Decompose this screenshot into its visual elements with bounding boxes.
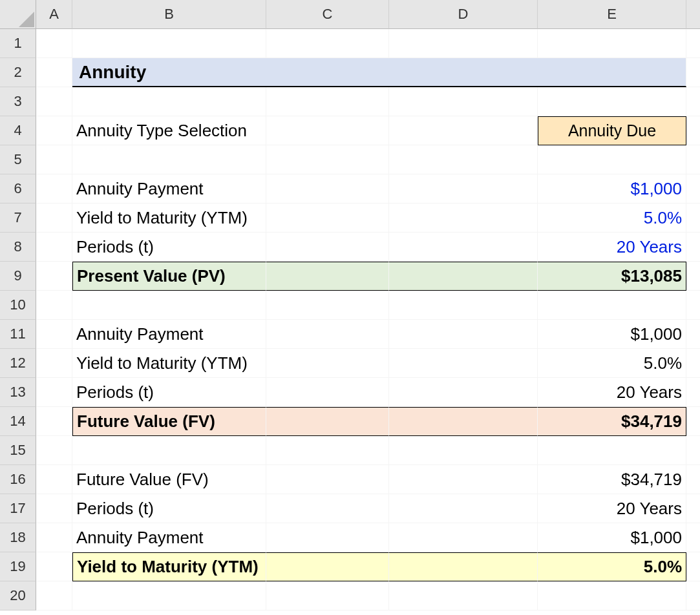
cell-c19[interactable] (266, 552, 389, 581)
pv-result-value[interactable]: $13,085 (538, 262, 686, 291)
s2-payment-value[interactable]: $1,000 (538, 320, 686, 349)
cell-a16[interactable] (36, 465, 72, 494)
row-header-17[interactable]: 17 (0, 494, 36, 523)
pv-result-label[interactable]: Present Value (PV) (72, 262, 266, 291)
s3-payment-value[interactable]: $1,000 (538, 523, 686, 552)
row-header-11[interactable]: 11 (0, 320, 36, 349)
s1-payment-label[interactable]: Annuity Payment (72, 174, 266, 203)
col-header-b[interactable]: B (72, 0, 266, 29)
cell-a13[interactable] (36, 378, 72, 407)
cell-a8[interactable] (36, 233, 72, 262)
cell-b1[interactable] (72, 29, 266, 58)
cell-e10[interactable] (538, 291, 686, 320)
cell-a19[interactable] (36, 552, 72, 581)
s2-ytm-value[interactable]: 5.0% (538, 349, 686, 378)
cell-c10[interactable] (266, 291, 389, 320)
cell-a3[interactable] (36, 87, 72, 116)
row-header-5[interactable]: 5 (0, 145, 36, 174)
cell-d5[interactable] (389, 145, 538, 174)
cell-c8[interactable] (266, 233, 389, 262)
cell-c14[interactable] (266, 407, 389, 436)
row-header-13[interactable]: 13 (0, 378, 36, 407)
s2-periods-label[interactable]: Periods (t) (72, 378, 266, 407)
row-header-6[interactable]: 6 (0, 174, 36, 203)
cell-a2[interactable] (36, 58, 72, 87)
cell-a9[interactable] (36, 262, 72, 291)
row-header-20[interactable]: 20 (0, 581, 36, 610)
cell-c6[interactable] (266, 174, 389, 203)
cell-a5[interactable] (36, 145, 72, 174)
cell-e1[interactable] (538, 29, 686, 58)
s2-payment-label[interactable]: Annuity Payment (72, 320, 266, 349)
cell-e20[interactable] (538, 581, 686, 610)
cell-c1[interactable] (266, 29, 389, 58)
cell-d10[interactable] (389, 291, 538, 320)
cell-a12[interactable] (36, 349, 72, 378)
s1-ytm-label[interactable]: Yield to Maturity (YTM) (72, 203, 266, 233)
type-label[interactable]: Annuity Type Selection (72, 116, 266, 145)
col-header-d[interactable]: D (389, 0, 538, 29)
cell-a15[interactable] (36, 436, 72, 465)
cell-d4[interactable] (389, 116, 538, 145)
s2-ytm-label[interactable]: Yield to Maturity (YTM) (72, 349, 266, 378)
cell-a18[interactable] (36, 523, 72, 552)
col-header-a[interactable]: A (36, 0, 72, 29)
cell-c5[interactable] (266, 145, 389, 174)
cell-d16[interactable] (389, 465, 538, 494)
fv-result-value[interactable]: $34,719 (538, 407, 686, 436)
cell-c17[interactable] (266, 494, 389, 523)
s1-ytm-value[interactable]: 5.0% (538, 203, 686, 233)
row-header-10[interactable]: 10 (0, 291, 36, 320)
cell-d7[interactable] (389, 203, 538, 233)
title-cell[interactable]: Annuity (72, 58, 686, 87)
ytm-result-value[interactable]: 5.0% (538, 552, 686, 581)
cell-c11[interactable] (266, 320, 389, 349)
row-header-19[interactable]: 19 (0, 552, 36, 581)
s2-periods-value[interactable]: 20 Years (538, 378, 686, 407)
row-header-4[interactable]: 4 (0, 116, 36, 145)
row-header-2[interactable]: 2 (0, 58, 36, 87)
cell-a20[interactable] (36, 581, 72, 610)
row-header-15[interactable]: 15 (0, 436, 36, 465)
col-header-e[interactable]: E (538, 0, 686, 29)
cell-a1[interactable] (36, 29, 72, 58)
cell-b15[interactable] (72, 436, 266, 465)
s1-payment-value[interactable]: $1,000 (538, 174, 686, 203)
cell-a14[interactable] (36, 407, 72, 436)
row-header-9[interactable]: 9 (0, 262, 36, 291)
cell-d18[interactable] (389, 523, 538, 552)
col-header-c[interactable]: C (266, 0, 389, 29)
cell-c12[interactable] (266, 349, 389, 378)
cell-c7[interactable] (266, 203, 389, 233)
cell-c16[interactable] (266, 465, 389, 494)
cell-d14[interactable] (389, 407, 538, 436)
cell-c18[interactable] (266, 523, 389, 552)
row-header-16[interactable]: 16 (0, 465, 36, 494)
row-header-18[interactable]: 18 (0, 523, 36, 552)
cell-c3[interactable] (266, 87, 389, 116)
cell-c20[interactable] (266, 581, 389, 610)
cell-d15[interactable] (389, 436, 538, 465)
cell-b3[interactable] (72, 87, 266, 116)
cell-c9[interactable] (266, 262, 389, 291)
s3-fv-label[interactable]: Future Value (FV) (72, 465, 266, 494)
s1-periods-value[interactable]: 20 Years (538, 233, 686, 262)
cell-c15[interactable] (266, 436, 389, 465)
cell-a6[interactable] (36, 174, 72, 203)
cell-a17[interactable] (36, 494, 72, 523)
s3-payment-label[interactable]: Annuity Payment (72, 523, 266, 552)
cell-d20[interactable] (389, 581, 538, 610)
cell-a10[interactable] (36, 291, 72, 320)
cell-a11[interactable] (36, 320, 72, 349)
row-header-14[interactable]: 14 (0, 407, 36, 436)
row-header-12[interactable]: 12 (0, 349, 36, 378)
cell-d13[interactable] (389, 378, 538, 407)
cell-d19[interactable] (389, 552, 538, 581)
cell-e5[interactable] (538, 145, 686, 174)
cell-e3[interactable] (538, 87, 686, 116)
s1-periods-label[interactable]: Periods (t) (72, 233, 266, 262)
cell-e15[interactable] (538, 436, 686, 465)
select-all-corner[interactable] (0, 0, 36, 29)
cell-d11[interactable] (389, 320, 538, 349)
cell-b20[interactable] (72, 581, 266, 610)
